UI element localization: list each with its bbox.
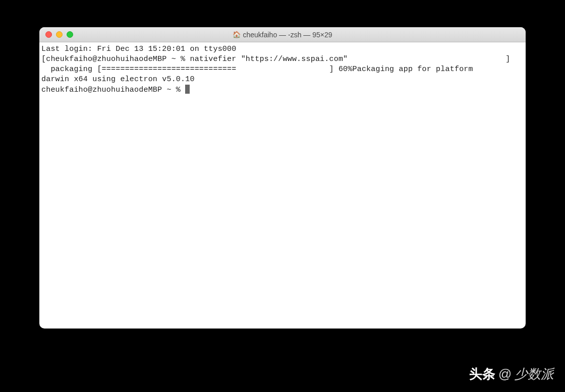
maximize-icon[interactable] xyxy=(67,31,73,38)
window-titlebar[interactable]: 🏠 cheukfaiho — -zsh — 95×29 xyxy=(39,27,526,42)
minimize-icon[interactable] xyxy=(56,31,63,38)
watermark-brand: 头条 xyxy=(469,365,495,383)
terminal-line: packaging [=============================… xyxy=(41,64,524,75)
home-icon: 🏠 xyxy=(233,31,241,38)
window-title-text: cheukfaiho — -zsh — 95×29 xyxy=(243,31,332,39)
shell-command: nativefier "https://www.sspai.com" xyxy=(190,55,348,63)
terminal-line: Last login: Fri Dec 13 15:20:01 on ttys0… xyxy=(41,44,524,54)
terminal-content[interactable]: Last login: Fri Dec 13 15:20:01 on ttys0… xyxy=(39,42,526,97)
terminal-line: [cheukfaiho@zhuohuihaodeMBP ~ % nativefi… xyxy=(41,54,524,64)
bracket-close: ] xyxy=(348,55,510,63)
traffic-lights xyxy=(39,31,73,38)
bracket-open: [ xyxy=(41,55,46,63)
close-icon[interactable] xyxy=(45,31,52,38)
cursor-icon xyxy=(185,85,190,94)
watermark-name: 少数派 xyxy=(515,365,554,383)
window-title: 🏠 cheukfaiho — -zsh — 95×29 xyxy=(39,31,526,39)
shell-prompt: cheukfaiho@zhuohuihaodeMBP ~ % xyxy=(46,55,190,63)
terminal-line: cheukfaiho@zhuohuihaodeMBP ~ % xyxy=(41,85,524,95)
watermark: 头条 @少数派 xyxy=(469,365,554,383)
watermark-at: @ xyxy=(498,366,512,382)
terminal-line: darwin x64 using electron v5.0.10 xyxy=(41,75,524,85)
shell-prompt: cheukfaiho@zhuohuihaodeMBP ~ % xyxy=(41,86,185,94)
terminal-window: 🏠 cheukfaiho — -zsh — 95×29 Last login: … xyxy=(39,27,526,329)
